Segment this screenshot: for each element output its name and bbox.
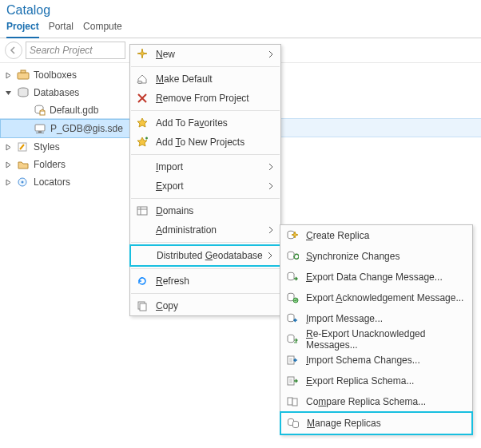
svg-rect-7 [36, 133, 44, 133]
panel-title: Catalog [0, 0, 481, 18]
menu-item-label: Export Acknowledgement Message... [306, 292, 467, 303]
svg-rect-24 [288, 398, 292, 405]
svg-rect-14 [140, 303, 146, 311]
expand-icon[interactable] [5, 161, 14, 168]
svg-rect-0 [18, 73, 29, 79]
database-icon [16, 85, 30, 100]
submenu-arrow-icon [268, 182, 276, 190]
gdb-icon [32, 103, 46, 117]
menu-item-copy[interactable]: Copy [130, 296, 280, 315]
submenu-arrow-icon [268, 163, 276, 171]
svg-rect-4 [40, 111, 45, 115]
submenu-item-manage-replicas[interactable]: Manage Replicas [280, 411, 473, 435]
svg-point-10 [22, 181, 24, 184]
menu-item-remove-from-project[interactable]: Remove From Project [130, 89, 280, 108]
expand-icon[interactable] [5, 179, 14, 186]
db-re-icon [285, 332, 300, 347]
sde-icon [33, 121, 47, 136]
submenu-item-create-replica[interactable]: Create Replica [280, 225, 472, 246]
menu-item-label: Export [156, 180, 268, 192]
star-icon [135, 116, 149, 130]
toolbox-icon [16, 68, 30, 82]
menu-item-export[interactable]: Export [130, 176, 280, 196]
submenu-item-export-acknowledgement-message[interactable]: Export Acknowledgement Message... [280, 287, 472, 308]
menu-item-refresh[interactable]: Refresh [130, 272, 280, 291]
menu-item-distributed-geodatabase[interactable]: Distributed Geodatabase [129, 244, 281, 267]
back-button[interactable] [5, 42, 22, 59]
context-menu: NewMake DefaultRemove From ProjectAdd To… [129, 44, 281, 316]
submenu-item-export-replica-schema[interactable]: Export Replica Schema... [280, 371, 472, 391]
submenu-item-import-schema-changes[interactable]: Import Schema Changes... [280, 350, 472, 371]
styles-icon [16, 140, 30, 154]
tab-compute[interactable]: Compute [83, 18, 122, 38]
schema-cmp-icon [285, 394, 300, 409]
search-input[interactable]: Search Project [26, 42, 125, 59]
menu-item-label: Administration [156, 224, 268, 236]
menu-item-label: Export Data Change Message... [306, 272, 467, 283]
none-icon [135, 179, 149, 193]
menu-item-label: Add To New Projects [156, 137, 276, 148]
db-sync-icon [285, 249, 300, 264]
menu-item-label: Distributed Geodatabase [157, 250, 267, 261]
svg-point-11 [137, 81, 142, 84]
none-icon [135, 223, 149, 237]
tabs: Project Portal Compute [0, 18, 481, 38]
menu-item-domains[interactable]: Domains [130, 201, 280, 220]
menu-item-label: Manage Replicas [307, 418, 467, 429]
submenu-item-export-data-change-message[interactable]: Export Data Change Message... [280, 267, 472, 287]
schema-in-icon [285, 353, 300, 367]
menu-item-add-to-new-projects[interactable]: Add To New Projects [130, 133, 280, 152]
svg-rect-1 [21, 70, 26, 73]
tab-project[interactable]: Project [6, 18, 39, 38]
db-ack-icon [285, 291, 300, 305]
arrow-left-icon [10, 46, 18, 54]
submenu-arrow-icon [268, 50, 276, 58]
menu-item-label: Create Replica [306, 230, 467, 241]
tree-label: Databases [32, 87, 79, 98]
menu-item-label: Export Replica Schema... [306, 375, 467, 387]
locator-icon [16, 175, 30, 189]
manage-icon [286, 416, 300, 430]
tree-label: Styles [32, 141, 60, 153]
expand-icon[interactable] [5, 144, 14, 151]
collapse-icon[interactable] [5, 89, 14, 97]
tree-label: P_GDB@gis.sde [49, 123, 123, 134]
remove-icon [135, 91, 149, 105]
submenu-item-import-message[interactable]: Import Message... [280, 308, 472, 329]
menu-item-make-default[interactable]: Make Default [130, 69, 280, 89]
submenu-item-compare-replica-schema[interactable]: Compare Replica Schema... [280, 391, 472, 412]
menu-item-label: Re-Export Unacknowledged Messages... [306, 328, 467, 351]
svg-rect-25 [292, 398, 297, 406]
expand-icon[interactable] [5, 72, 14, 79]
submenu-arrow-icon [267, 252, 275, 260]
tree-label: Default.gdb [48, 105, 98, 116]
menu-item-label: New [156, 49, 268, 60]
menu-item-label: Synchronize Changes [306, 251, 467, 262]
menu-item-import[interactable]: Import [130, 157, 280, 176]
menu-item-label: Import Message... [306, 313, 467, 324]
menu-item-label: Compare Replica Schema... [306, 396, 467, 407]
tree-label: Toolboxes [32, 69, 77, 81]
db-out-icon [285, 270, 300, 284]
menu-item-label: Make Default [156, 73, 276, 85]
svg-rect-12 [137, 207, 147, 215]
menu-item-administration[interactable]: Administration [130, 220, 280, 240]
none-icon [136, 248, 150, 263]
menu-item-new[interactable]: New [130, 45, 280, 64]
tab-portal[interactable]: Portal [49, 18, 74, 38]
schema-out-icon [285, 374, 300, 388]
menu-item-label: Remove From Project [156, 93, 276, 104]
submenu-item-synchronize-changes[interactable]: Synchronize Changes [280, 246, 472, 267]
menu-item-label: Add To Favorites [156, 117, 276, 129]
menu-item-label: Refresh [156, 276, 276, 287]
db-new-icon [285, 228, 300, 243]
submenu-item-re-export-unacknowledged-messages[interactable]: Re-Export Unacknowledged Messages... [280, 329, 472, 350]
submenu-arrow-icon [268, 226, 276, 234]
tree-item-pgdb-sde[interactable]: P_GDB@gis.sde [0, 119, 131, 138]
menu-item-add-to-favorites[interactable]: Add To Favorites [130, 113, 280, 133]
svg-rect-5 [35, 125, 45, 131]
svg-rect-6 [38, 131, 42, 133]
sparkle-icon [135, 47, 149, 61]
menu-item-label: Domains [156, 205, 276, 216]
menu-item-label: Copy [156, 300, 276, 311]
